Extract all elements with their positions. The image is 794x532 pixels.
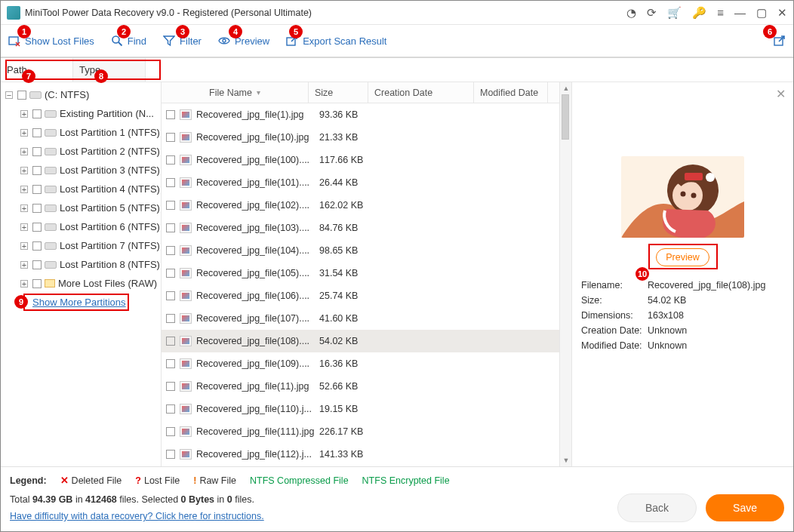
save-button[interactable]: Save [706,494,784,521]
scroll-thumb[interactable] [562,94,569,140]
expander-icon[interactable]: + [20,110,28,118]
checkbox[interactable] [166,450,175,459]
tree-item[interactable]: +Lost Partition 8 (NTFS) [1,255,161,274]
key-icon[interactable]: 🔑 [692,6,706,20]
help-link[interactable]: Have difficulty with data recovery? Clic… [10,511,264,521]
checkbox[interactable] [32,185,42,194]
file-row[interactable]: Recovered_jpg_file(105)....31.54 KB [162,262,571,284]
expander-icon[interactable]: + [20,280,28,288]
checkbox[interactable] [166,155,175,165]
clock-icon[interactable]: ◔ [626,6,636,20]
checkbox[interactable] [166,314,175,323]
expander-icon[interactable]: + [20,129,28,137]
tree-root[interactable]: − (C: NTFS) [1,85,161,104]
expander-icon[interactable]: + [20,148,28,155]
checkbox[interactable] [32,241,42,251]
tab-path[interactable]: Path [1,58,73,81]
drive-icon [45,167,57,174]
file-row[interactable]: Recovered_jpg_file(103)....84.76 KB [162,217,571,239]
file-row[interactable]: Recovered_jpg_file(104)....98.65 KB [162,239,571,262]
tree-item[interactable]: +Existing Partition (N... [1,104,161,123]
file-row[interactable]: Recovered_jpg_file(112).j...141.33 KB [162,443,571,466]
close-button[interactable]: ✕ [777,6,787,20]
export-right-button[interactable] [774,35,786,47]
checkbox[interactable] [166,359,175,368]
tree-item[interactable]: +Lost Partition 5 (NTFS) [1,198,161,217]
checkbox[interactable] [32,223,42,232]
scroll-up-icon[interactable]: ▲ [560,82,572,94]
checkbox[interactable] [166,178,175,187]
checkbox[interactable] [166,110,175,119]
drive-icon [45,148,57,155]
expander-icon[interactable]: + [20,167,28,174]
checkbox[interactable] [166,427,175,436]
refresh-icon[interactable]: ⟳ [647,6,657,20]
tab-type[interactable]: Type [73,58,146,81]
file-row[interactable]: Recovered_jpg_file(100)....117.66 KB [162,149,571,171]
file-row[interactable]: Recovered_jpg_file(108)....54.02 KB [162,330,571,352]
file-size: 98.65 KB [319,245,380,256]
tree-item[interactable]: +Lost Partition 1 (NTFS) [1,123,161,142]
preview-button[interactable]: Preview [218,35,269,47]
file-row[interactable]: Recovered_jpg_file(11).jpg52.66 KB [162,375,571,398]
checkbox[interactable] [166,382,175,391]
tree-item[interactable]: +Lost Partition 4 (NTFS) [1,180,161,198]
checkbox[interactable] [32,128,42,137]
checkbox[interactable] [32,260,42,269]
export-button[interactable]: Export Scan Result [286,35,386,47]
file-row[interactable]: Recovered_jpg_file(110).j...19.15 KB [162,398,571,420]
file-row[interactable]: Recovered_jpg_file(106)....25.74 KB [162,284,571,307]
lost-mark-icon: ? [135,475,141,486]
cart-icon[interactable]: 🛒 [667,6,682,20]
jpg-file-icon [180,426,192,437]
checkbox[interactable] [166,201,175,210]
checkbox[interactable] [166,133,175,142]
file-row[interactable]: Recovered_jpg_file(109)....16.36 KB [162,352,571,375]
col-filename[interactable]: File Name ▾ [162,82,309,103]
expander-icon[interactable]: + [20,223,28,231]
expander-icon[interactable]: + [20,186,28,193]
file-row[interactable]: Recovered_jpg_file(101)....26.44 KB [162,171,571,194]
maximize-button[interactable]: ▢ [756,6,767,20]
checkbox[interactable] [166,246,175,255]
file-row[interactable]: Recovered_jpg_file(10).jpg21.33 KB [162,126,571,149]
col-modified-date[interactable]: Modified Date [474,82,548,103]
col-size[interactable]: Size [309,82,368,103]
checkbox[interactable] [32,166,42,175]
tree-item[interactable]: +More Lost Files (RAW) [1,274,161,293]
scrollbar[interactable]: ▲ ▼ [559,82,571,466]
window-title: MiniTool Power Data Recovery v9.0 - Regi… [25,8,626,18]
scroll-down-icon[interactable]: ▼ [560,454,572,466]
file-row[interactable]: Recovered_jpg_file(1).jpg93.36 KB [162,103,571,126]
tree-item[interactable]: +Lost Partition 6 (NTFS) [1,217,161,236]
checkbox[interactable] [166,223,175,232]
close-preview-icon[interactable]: ✕ [776,87,786,101]
checkbox[interactable] [32,279,42,288]
back-button[interactable]: Back [617,494,697,522]
find-label: Find [128,35,146,47]
preview-open-button[interactable]: Preview [656,248,709,266]
file-row[interactable]: Recovered_jpg_file(107)....41.60 KB [162,307,571,330]
file-row[interactable]: Recovered_jpg_file(111).jpg226.17 KB [162,420,571,443]
tree-item[interactable]: +Lost Partition 2 (NTFS) [1,142,161,161]
checkbox[interactable] [17,91,26,100]
checkbox[interactable] [166,291,175,300]
menu-icon[interactable]: ≡ [717,6,724,20]
col-creation-date[interactable]: Creation Date [368,82,474,103]
expander-icon[interactable]: + [20,242,28,250]
checkbox[interactable] [166,269,175,278]
find-button[interactable]: Find [111,35,146,47]
checkbox[interactable] [32,204,42,213]
show-more-partitions-link[interactable]: Show More Partitions [32,297,126,308]
tree-item[interactable]: +Lost Partition 3 (NTFS) [1,161,161,180]
checkbox[interactable] [166,337,175,346]
checkbox[interactable] [32,147,42,156]
expander-icon[interactable]: + [20,204,28,212]
tree-item[interactable]: +Lost Partition 7 (NTFS) [1,236,161,255]
file-row[interactable]: Recovered_jpg_file(102)....162.02 KB [162,194,571,217]
expander-icon[interactable]: + [20,261,28,269]
checkbox[interactable] [166,404,175,414]
expander-icon[interactable]: − [5,91,13,99]
checkbox[interactable] [32,109,42,118]
minimize-button[interactable]: — [734,6,746,20]
